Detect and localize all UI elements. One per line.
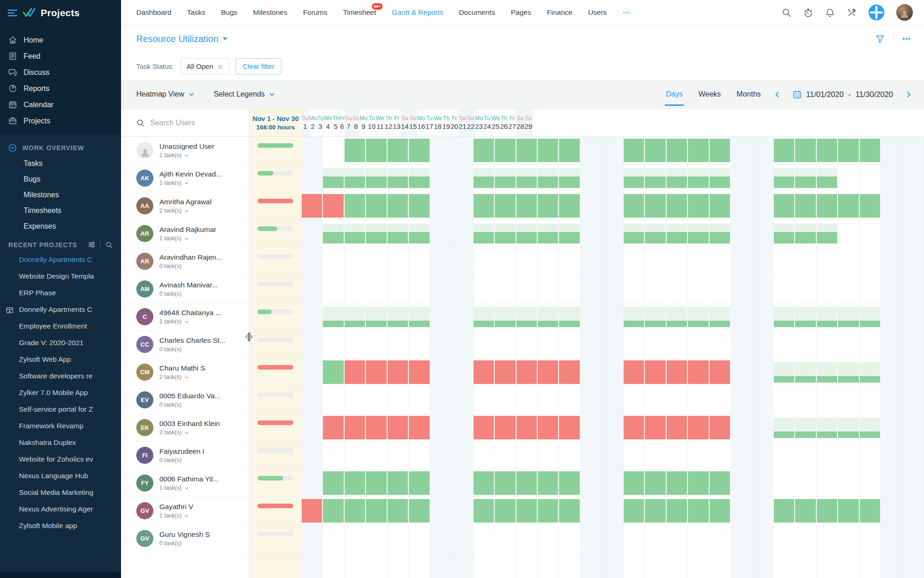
recent-project-grade-v-2020-2021[interactable]: Grade V: 2020-2021	[0, 335, 121, 351]
user-cell[interactable]: GVGuru Vignesh S0 task(s)	[121, 525, 249, 553]
recent-project-nakshatra-duplex[interactable]: Nakshatra Duplex	[0, 434, 121, 451]
search-icon[interactable]	[782, 8, 791, 18]
recent-project-nexus-language-hub[interactable]: Nexus Language Hub	[0, 468, 121, 484]
user-cell[interactable]: AKAjith Kevin Devad...1 task(s)	[121, 164, 249, 192]
recent-project-framework-revamp[interactable]: Framework Revamp	[0, 418, 121, 434]
chevron-left-icon[interactable]	[774, 91, 781, 98]
utilization-bar	[257, 420, 293, 425]
work-overview-item-tasks[interactable]: Tasks	[0, 156, 121, 171]
user-cell[interactable]: AAAmritha Agrawal2 task(s)	[121, 192, 249, 220]
work-overview-item-expenses[interactable]: Expenses	[0, 219, 121, 234]
topnav-pages[interactable]: Pages	[511, 8, 531, 17]
user-cell[interactable]: ARAravind Rajkumar1 task(s)	[121, 220, 249, 248]
chevron-down-icon[interactable]	[184, 236, 189, 241]
select-legends-dropdown[interactable]: Select Legends	[214, 90, 275, 98]
user-cell[interactable]: FIFaiyazudeen I0 task(s)	[121, 442, 249, 469]
user-task-count: 0 task(s)	[159, 263, 222, 269]
chevron-down-icon[interactable]	[184, 153, 189, 158]
chevron-circle-up-icon[interactable]	[8, 144, 17, 152]
close-icon[interactable]	[218, 63, 223, 69]
notifications-bell-icon[interactable]	[825, 8, 835, 18]
sidebar-item-feed[interactable]: Feed	[0, 48, 121, 64]
sidebar-item-home[interactable]: Home	[0, 32, 121, 48]
heatmap-block	[559, 360, 579, 384]
work-overview-header[interactable]: WORK OVERVIEW	[0, 139, 121, 156]
chevron-down-icon[interactable]	[184, 181, 189, 185]
recent-project-zylsoft-mobile-app[interactable]: Zylsoft Mobile app	[0, 517, 121, 534]
topnav-more[interactable]: ⋯	[622, 8, 630, 17]
chevron-down-icon[interactable]	[184, 319, 189, 324]
chevron-down-icon[interactable]	[184, 208, 189, 213]
recent-project-website-design-templa[interactable]: Website Design Templa	[0, 268, 121, 285]
recent-project-nexus-advertising-ager[interactable]: Nexus Advertising Ager	[0, 501, 121, 517]
topnav-documents[interactable]: Documents	[459, 8, 495, 17]
user-cell[interactable]: AMAvinash Manivar...0 task(s)	[121, 275, 249, 303]
avatar: AK	[136, 170, 153, 187]
recent-project-donnelly-apartments-c[interactable]: Donnelly Apartments C	[0, 301, 121, 318]
hamburger-menu-icon[interactable]	[7, 9, 18, 17]
topnav-gantt-reports[interactable]: Gantt & Reports	[392, 8, 443, 17]
user-cell[interactable]: C49648 Chaitanya ...1 task(s)	[121, 303, 249, 331]
user-task-count: 2 task(s)	[159, 207, 212, 214]
topnav-timesheet[interactable]: Timesheet99+	[343, 8, 376, 17]
recent-project-self-service-portal-for-z[interactable]: Self-service portal for Z	[0, 401, 121, 418]
sidebar-item-projects[interactable]: Projects	[0, 113, 121, 129]
topnav-users[interactable]: Users	[588, 8, 607, 17]
user-cell[interactable]: EK0003 Einhard Klein2 task(s)	[121, 414, 249, 442]
sidebar-item-calendar[interactable]: Calendar	[0, 97, 121, 113]
user-cell[interactable]: FY0006 Fathima Yil...1 task(s)	[121, 469, 249, 497]
recent-project-social-media-marketing[interactable]: Social Media Marketing	[0, 484, 121, 501]
user-avatar[interactable]	[896, 4, 913, 21]
chevron-down-icon[interactable]	[184, 430, 189, 435]
more-options-icon[interactable]	[902, 34, 911, 43]
user-cell[interactable]: ARAravindhan Rajen...0 task(s)	[121, 248, 249, 275]
topnav-milestones[interactable]: Milestones	[253, 8, 287, 17]
setup-tools-icon[interactable]	[847, 8, 857, 18]
search-icon[interactable]	[136, 119, 145, 127]
recent-project-website-for-zoholics-ev[interactable]: Website for Zoholics ev	[0, 451, 121, 468]
timer-icon[interactable]	[803, 8, 813, 18]
user-cell[interactable]: CCCharles Charles St...0 task(s)	[121, 331, 249, 359]
sliders-icon[interactable]	[88, 241, 96, 249]
filter-chip-all-open[interactable]: All Open	[181, 58, 230, 74]
chevron-right-icon[interactable]	[905, 91, 912, 98]
topnav-forums[interactable]: Forums	[303, 8, 328, 17]
recent-project-zylsoft-web-app[interactable]: Zylsoft Web App	[0, 351, 121, 368]
view-mode-dropdown[interactable]: Heatmap View	[136, 90, 195, 98]
sidebar-item-reports[interactable]: Reports	[0, 80, 121, 97]
date-range-picker[interactable]: 11/01/2020 - 11/30/2020	[793, 90, 893, 99]
clear-filter-button[interactable]: Clear filter	[236, 58, 281, 74]
range-tab-weeks[interactable]: Weeks	[698, 83, 722, 106]
panel-resize-handle[interactable]	[244, 330, 254, 344]
chevron-down-icon[interactable]	[184, 513, 189, 518]
user-cell[interactable]: EV0005 Eduardo Va...0 task(s)	[121, 386, 249, 414]
recent-project-software-developers-re[interactable]: Software developers re	[0, 368, 121, 384]
user-cell[interactable]: CMCharu Mathi S2 task(s)	[121, 359, 249, 386]
chevron-down-icon[interactable]	[184, 486, 189, 490]
recent-project-donnelly-apartments-c[interactable]: Donnelly Apartments C	[0, 251, 121, 268]
recent-project-employee-enrollment[interactable]: Employee Enrollment	[0, 318, 121, 335]
range-tab-days[interactable]: Days	[665, 83, 683, 106]
recent-project-zylker-7-0-mobile-app[interactable]: Zylker 7.0 Mobile App	[0, 384, 121, 401]
heatmap-cell	[881, 220, 902, 248]
filter-funnel-icon[interactable]	[875, 34, 885, 43]
sidebar-item-discuss[interactable]: Discuss	[0, 64, 121, 80]
chevron-down-icon[interactable]	[184, 375, 189, 379]
user-cell[interactable]: GVGayathri V1 task(s)	[121, 497, 249, 525]
recent-project-erp-phase[interactable]: ERP Phase	[0, 285, 121, 301]
topnav-bugs[interactable]: Bugs	[221, 8, 237, 17]
work-overview-item-timesheets[interactable]: Timesheets	[0, 203, 121, 219]
search-users-input[interactable]	[150, 119, 229, 127]
range-tab-months[interactable]: Months	[736, 83, 761, 106]
topnav-dashboard[interactable]: Dashboard	[136, 8, 171, 17]
add-new-button[interactable]	[869, 5, 884, 20]
work-overview-item-milestones[interactable]: Milestones	[0, 187, 121, 203]
search-icon[interactable]	[105, 241, 113, 249]
user-cell[interactable]: Unassigned User1 task(s)	[121, 137, 249, 164]
topnav-tasks[interactable]: Tasks	[187, 8, 206, 17]
heatmap-cell	[538, 303, 559, 331]
report-selector[interactable]: Resource Utilization	[136, 34, 875, 44]
heatmap-cell	[817, 248, 838, 275]
topnav-finance[interactable]: Finance	[547, 8, 572, 17]
work-overview-item-bugs[interactable]: Bugs	[0, 171, 121, 187]
